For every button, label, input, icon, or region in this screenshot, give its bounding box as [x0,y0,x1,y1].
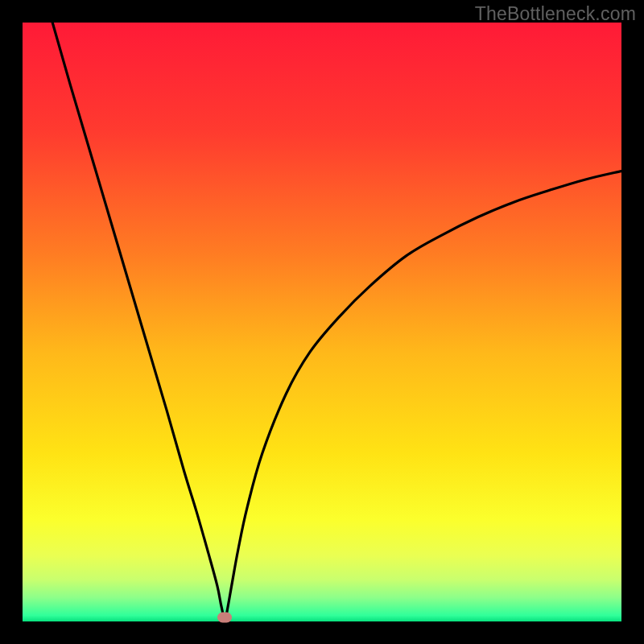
svg-rect-0 [23,23,621,621]
gradient-background [23,23,621,621]
optimum-marker [217,612,232,622]
plot-area [23,23,621,621]
watermark-text: TheBottleneck.com [475,3,636,25]
chart-frame: TheBottleneck.com [0,0,644,644]
